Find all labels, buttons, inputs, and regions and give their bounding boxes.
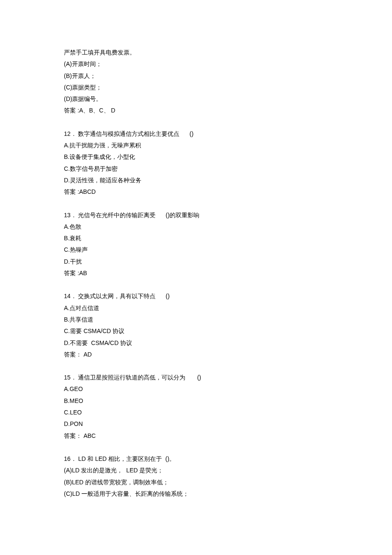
q13-option-b: B.衰耗 bbox=[64, 233, 328, 244]
intro-option-a: (A)开票时间； bbox=[64, 58, 328, 70]
q13-stem: 13． 光信号在光纤中的传输距离受 ()的双重影响 bbox=[64, 210, 328, 221]
intro-statement: 严禁手工填开具电费发票。 bbox=[64, 47, 328, 58]
q12-stem: 12． 数字通信与模拟通信方式相比主要优点 () bbox=[64, 128, 328, 140]
q15-option-a: A.GEO bbox=[64, 383, 328, 395]
q15-answer: 答案： ABC bbox=[64, 430, 328, 442]
q14-option-a: A.点对点信道 bbox=[64, 302, 328, 314]
q14-option-c: C.需要 CSMA/CD 协议 bbox=[64, 325, 328, 337]
q16-option-b: (B)LED 的谱线带宽较宽，调制效率低； bbox=[64, 477, 328, 488]
q12-option-c: C.数字信号易于加密 bbox=[64, 163, 328, 175]
q12-option-a: A.抗干扰能力强，无噪声累积 bbox=[64, 140, 328, 151]
q15-option-d: D.PON bbox=[64, 418, 328, 430]
q14-option-b: B.共享信道 bbox=[64, 314, 328, 325]
q14-stem: 14． 交换式以太网，具有以下特点 () bbox=[64, 290, 328, 302]
q12-answer: 答案 :ABCD bbox=[64, 186, 328, 198]
q13-option-d: D.干扰 bbox=[64, 256, 328, 267]
q16-option-c: (C)LD 一般适用于大容量、长距离的传输系统； bbox=[64, 488, 328, 500]
q12-option-b: B.设备便于集成化，小型化 bbox=[64, 151, 328, 163]
q16-stem: 16． LD 和 LED 相比，主要区别在于 ()。 bbox=[64, 453, 328, 465]
q15-stem: 15． 通信卫星按照运行轨道的高低，可以分为 () bbox=[64, 372, 328, 383]
q14-answer: 答案： AD bbox=[64, 349, 328, 360]
block-spacer bbox=[64, 117, 328, 128]
intro-answer: 答案 :A、B、C、 D bbox=[64, 105, 328, 116]
document-page: 严禁手工填开具电费发票。 (A)开票时间； (B)开票人； (C)票据类型； (… bbox=[0, 0, 392, 555]
q12-option-d: D.灵活性强，能适应各种业务 bbox=[64, 175, 328, 186]
block-spacer bbox=[64, 442, 328, 453]
block-spacer bbox=[64, 279, 328, 290]
q13-answer: 答案 :AB bbox=[64, 267, 328, 279]
q16-option-a: (A)LD 发出的是激光， LED 是荧光； bbox=[64, 465, 328, 476]
block-spacer bbox=[64, 198, 328, 210]
q15-option-c: C.LEO bbox=[64, 407, 328, 418]
q15-option-b: B.MEO bbox=[64, 395, 328, 407]
q13-option-c: C.热噪声 bbox=[64, 244, 328, 256]
block-spacer bbox=[64, 360, 328, 372]
q14-option-d: D.不需要 CSMA/CD 协议 bbox=[64, 337, 328, 349]
intro-option-c: (C)票据类型； bbox=[64, 82, 328, 93]
intro-option-b: (B)开票人； bbox=[64, 70, 328, 82]
intro-option-d: (D)票据编号。 bbox=[64, 93, 328, 105]
q13-option-a: A.色散 bbox=[64, 221, 328, 233]
